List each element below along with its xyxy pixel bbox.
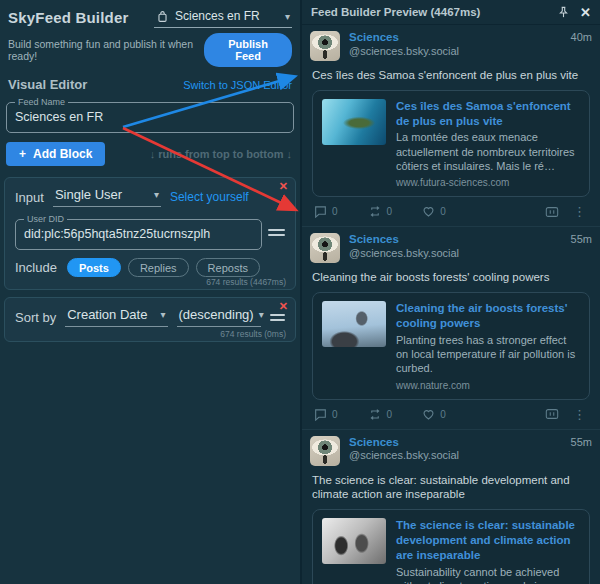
card-thumbnail bbox=[322, 518, 386, 564]
preview-header: Feed Builder Preview (4467ms) ✕ bbox=[302, 0, 600, 25]
trash-icon[interactable] bbox=[156, 10, 169, 23]
include-label: Include bbox=[15, 260, 57, 275]
post-actions: 0 0 0 ⋮ bbox=[310, 400, 592, 427]
editor-row: Visual Editor Switch to JSON Editor bbox=[0, 69, 300, 97]
repost-icon bbox=[368, 205, 382, 218]
card-thumbnail bbox=[322, 301, 386, 347]
card-thumbnail bbox=[322, 99, 386, 145]
reply-action[interactable]: 0 bbox=[314, 205, 338, 218]
post-timestamp: 40m bbox=[571, 31, 592, 43]
link-card[interactable]: Cleaning the air boosts forests' cooling… bbox=[312, 292, 590, 399]
avatar[interactable] bbox=[310, 436, 340, 466]
tagline-row: Build something fun and publish it when … bbox=[0, 30, 300, 69]
chip-replies[interactable]: Replies bbox=[128, 258, 189, 277]
chevron-down-icon: ▾ bbox=[160, 309, 165, 320]
input-block-label: Input bbox=[15, 190, 44, 205]
repost-icon bbox=[368, 408, 382, 421]
avatar[interactable] bbox=[310, 233, 340, 263]
input-type-dropdown[interactable]: Single User ▾ bbox=[53, 187, 161, 207]
user-did-label: User DID bbox=[24, 214, 67, 224]
builder-panel: SkyFeed Builder Sciences en FR ▾ Build s… bbox=[0, 0, 300, 584]
repost-action[interactable]: 0 bbox=[368, 408, 393, 421]
card-description: La montée des eaux menace actuellement d… bbox=[396, 130, 580, 173]
post-timestamp: 55m bbox=[571, 436, 592, 448]
feed-selector[interactable]: Sciences en FR ▾ bbox=[154, 7, 292, 28]
sort-direction-dropdown[interactable]: (descending) ▾ bbox=[177, 307, 261, 327]
post-author[interactable]: Sciences bbox=[349, 31, 459, 45]
post-details-icon[interactable] bbox=[545, 408, 559, 420]
reply-count: 0 bbox=[332, 409, 338, 420]
like-count: 0 bbox=[440, 409, 446, 420]
chevron-down-icon: ▾ bbox=[285, 11, 290, 22]
repost-action[interactable]: 0 bbox=[368, 205, 393, 218]
heart-icon bbox=[422, 205, 435, 218]
post-1: Sciences @sciences.bsky.social 40m Ces î… bbox=[302, 25, 600, 227]
card-title: The science is clear: sustainable develo… bbox=[396, 518, 580, 562]
input-type-value: Single User bbox=[55, 187, 149, 202]
add-block-row: + Add Block ↓ runs from top to bottom ↓ bbox=[0, 133, 300, 170]
pin-icon[interactable] bbox=[557, 6, 570, 19]
reply-icon bbox=[314, 205, 327, 218]
feed-name-label: Feed Name bbox=[15, 97, 68, 107]
card-title: Cleaning the air boosts forests' cooling… bbox=[396, 301, 580, 330]
feed-name-input[interactable] bbox=[15, 110, 285, 124]
post-text: Cleaning the air boosts forests' cooling… bbox=[312, 270, 590, 285]
card-description: Sustainability cannot be achieved withou… bbox=[396, 565, 580, 584]
sort-block-close-icon[interactable]: ✕ bbox=[279, 301, 288, 312]
post-handle: @sciences.bsky.social bbox=[349, 247, 459, 260]
like-count: 0 bbox=[440, 206, 446, 217]
avatar[interactable] bbox=[310, 31, 340, 61]
post-actions: 0 0 0 ⋮ bbox=[310, 197, 592, 224]
publish-feed-button[interactable]: Publish Feed bbox=[204, 33, 292, 67]
app-title: SkyFeed Builder bbox=[8, 9, 129, 26]
sort-by-label: Sort by bbox=[15, 310, 56, 325]
sort-field-value: Creation Date bbox=[67, 307, 155, 322]
switch-json-editor-link[interactable]: Switch to JSON Editor bbox=[183, 79, 292, 91]
heart-icon bbox=[422, 408, 435, 421]
post-text: The science is clear: sustainable develo… bbox=[312, 473, 590, 503]
link-card[interactable]: Ces îles des Samoa s'enfoncent de plus e… bbox=[312, 90, 590, 197]
sort-block-results: 674 results (0ms) bbox=[220, 329, 286, 339]
chevron-down-icon: ▾ bbox=[154, 189, 159, 200]
feed-name-fieldset: Feed Name bbox=[6, 97, 294, 133]
visual-editor-heading: Visual Editor bbox=[8, 77, 87, 92]
input-block-close-icon[interactable]: ✕ bbox=[279, 181, 288, 192]
select-yourself-link[interactable]: Select yourself bbox=[170, 190, 249, 204]
link-card[interactable]: The science is clear: sustainable develo… bbox=[312, 509, 590, 584]
card-domain: www.nature.com bbox=[396, 380, 580, 391]
more-options-icon[interactable]: ⋮ bbox=[573, 205, 586, 218]
post-2: Sciences @sciences.bsky.social 55m Clean… bbox=[302, 227, 600, 429]
chip-reposts[interactable]: Reposts bbox=[196, 258, 260, 277]
sort-field-dropdown[interactable]: Creation Date ▾ bbox=[65, 307, 167, 327]
feed-preview-panel: Feed Builder Preview (4467ms) ✕ Sciences… bbox=[300, 0, 600, 584]
preview-title: Feed Builder Preview (4467ms) bbox=[311, 6, 547, 18]
like-action[interactable]: 0 bbox=[422, 408, 446, 421]
like-action[interactable]: 0 bbox=[422, 205, 446, 218]
user-did-fieldset: User DID bbox=[15, 214, 262, 250]
preview-close-icon[interactable]: ✕ bbox=[580, 5, 591, 20]
tagline: Build something fun and publish it when … bbox=[8, 38, 204, 62]
builder-header: SkyFeed Builder Sciences en FR ▾ bbox=[0, 2, 300, 30]
card-domain: www.futura-sciences.com bbox=[396, 177, 580, 188]
user-did-input[interactable] bbox=[24, 227, 253, 241]
post-3: Sciences @sciences.bsky.social 55m The s… bbox=[302, 430, 600, 584]
add-block-label: Add Block bbox=[33, 147, 92, 161]
reply-count: 0 bbox=[332, 206, 338, 217]
input-block: ✕ Input Single User ▾ Select yourself Us… bbox=[4, 177, 296, 290]
drag-handle-icon[interactable] bbox=[268, 227, 285, 238]
post-handle: @sciences.bsky.social bbox=[349, 45, 459, 58]
plus-icon: + bbox=[19, 147, 26, 161]
drag-handle-icon[interactable] bbox=[270, 312, 285, 323]
post-details-icon[interactable] bbox=[545, 206, 559, 218]
sort-block: ✕ Sort by Creation Date ▾ (descending) ▾… bbox=[4, 297, 296, 342]
post-author[interactable]: Sciences bbox=[349, 233, 459, 247]
reply-icon bbox=[314, 408, 327, 421]
post-author[interactable]: Sciences bbox=[349, 436, 459, 450]
reply-action[interactable]: 0 bbox=[314, 408, 338, 421]
feed-selector-value: Sciences en FR bbox=[175, 9, 279, 23]
add-block-button[interactable]: + Add Block bbox=[6, 142, 105, 166]
input-block-results: 674 results (4467ms) bbox=[206, 277, 286, 287]
chip-posts[interactable]: Posts bbox=[67, 258, 121, 277]
flow-hint: ↓ runs from top to bottom ↓ bbox=[150, 148, 292, 160]
more-options-icon[interactable]: ⋮ bbox=[573, 408, 586, 421]
